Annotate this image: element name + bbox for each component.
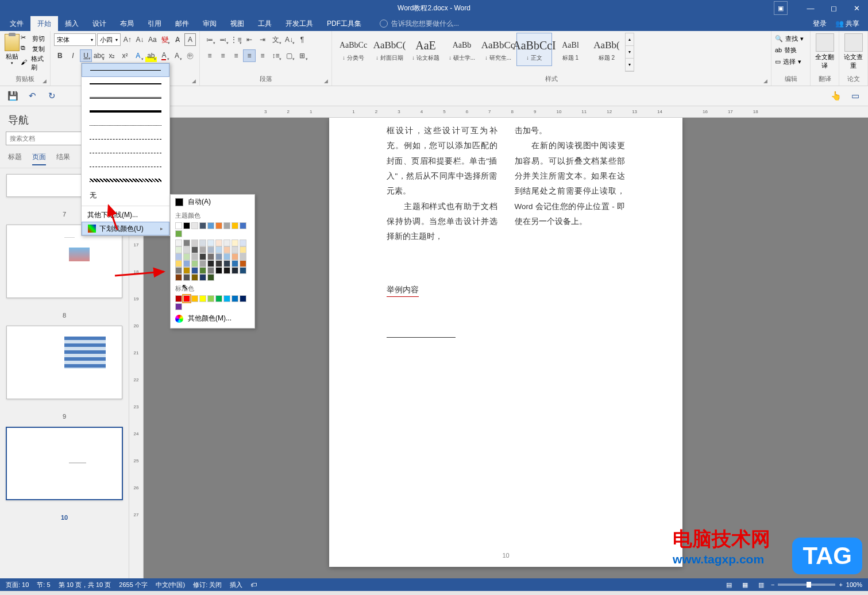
color-swatch[interactable] bbox=[232, 267, 238, 274]
color-swatch[interactable] bbox=[215, 246, 222, 253]
color-swatch[interactable] bbox=[199, 222, 206, 229]
save-button[interactable]: 💾 bbox=[6, 89, 20, 103]
phonetic-guide-button[interactable]: 變 bbox=[159, 33, 171, 46]
zoom-slider[interactable] bbox=[778, 584, 835, 586]
strikethrough-button[interactable]: abc bbox=[93, 49, 105, 62]
copy-button[interactable]: ⧉复制 bbox=[21, 44, 47, 53]
color-swatch[interactable] bbox=[207, 274, 214, 281]
shrink-font-button[interactable]: A↓ bbox=[134, 33, 146, 46]
underline-style-heavy[interactable] bbox=[82, 105, 169, 118]
color-swatch[interactable] bbox=[191, 246, 198, 253]
color-swatch[interactable] bbox=[175, 246, 182, 253]
color-swatch[interactable] bbox=[232, 295, 238, 302]
color-swatch[interactable] bbox=[183, 253, 190, 260]
color-swatch[interactable] bbox=[240, 267, 246, 274]
color-swatch[interactable] bbox=[175, 230, 182, 237]
style-item[interactable]: AaBb(标题 2 bbox=[589, 33, 624, 66]
find-button[interactable]: 🔍 查找 ▾ bbox=[775, 33, 807, 44]
color-swatch[interactable] bbox=[191, 222, 198, 229]
underline-button[interactable]: U bbox=[80, 49, 92, 62]
share-button[interactable]: 👥 共享 bbox=[835, 19, 859, 29]
color-swatch[interactable] bbox=[175, 267, 182, 274]
zoom-in-button[interactable]: + bbox=[839, 581, 842, 588]
color-swatch[interactable] bbox=[232, 222, 238, 229]
color-swatch[interactable] bbox=[183, 246, 190, 253]
sort-button[interactable]: A↓ bbox=[283, 33, 295, 46]
color-swatch[interactable] bbox=[223, 253, 230, 260]
underline-style-double[interactable] bbox=[82, 91, 169, 105]
color-swatch[interactable] bbox=[232, 260, 238, 267]
bold-button[interactable]: B bbox=[54, 49, 66, 62]
view-print-button[interactable]: ▦ bbox=[739, 579, 751, 590]
color-swatch[interactable] bbox=[191, 267, 198, 274]
more-colors[interactable]: 其他颜色(M)... bbox=[171, 311, 254, 326]
thumb-8[interactable]: ———8 bbox=[6, 225, 122, 319]
view-read-button[interactable]: ▤ bbox=[723, 579, 735, 590]
color-swatch[interactable] bbox=[175, 260, 182, 267]
highlight-button[interactable]: ab bbox=[145, 49, 157, 62]
underline-style-single[interactable] bbox=[82, 63, 169, 77]
color-swatch[interactable] bbox=[183, 222, 190, 229]
color-swatch[interactable] bbox=[240, 260, 246, 267]
status-words[interactable]: 2655 个字 bbox=[119, 581, 148, 589]
ribbon-display-icon[interactable]: ▣ bbox=[774, 1, 788, 15]
char-shading-button[interactable]: A bbox=[171, 49, 183, 62]
minimize-button[interactable]: — bbox=[799, 0, 822, 16]
font-name-combo[interactable]: 宋体▾ bbox=[54, 33, 96, 46]
color-swatch[interactable] bbox=[199, 274, 206, 281]
format-painter-button[interactable]: 🖌格式刷 bbox=[21, 55, 47, 72]
underline-style-dashdotdot[interactable] bbox=[82, 160, 169, 173]
color-swatch[interactable] bbox=[215, 260, 222, 267]
color-swatch[interactable] bbox=[175, 253, 182, 260]
color-swatch[interactable] bbox=[207, 253, 214, 260]
color-swatch[interactable] bbox=[199, 253, 206, 260]
underline-style-thick[interactable] bbox=[82, 77, 169, 91]
color-swatch[interactable] bbox=[191, 295, 198, 302]
shading-button[interactable]: ▢ bbox=[283, 49, 295, 62]
document-page[interactable]: 框设计，这些设计可互为补充。例如，您可以添加匹配的封面、页眉和提要栏。单击"插入… bbox=[329, 118, 682, 567]
color-swatch[interactable] bbox=[207, 260, 214, 267]
status-insert[interactable]: 插入 bbox=[230, 581, 242, 589]
color-swatch[interactable] bbox=[240, 246, 246, 253]
tab-home[interactable]: 开始 bbox=[30, 16, 58, 31]
thumb-10[interactable]: 10 bbox=[6, 427, 123, 521]
color-swatch[interactable] bbox=[215, 295, 222, 302]
zoom-level[interactable]: 100% bbox=[846, 581, 862, 588]
color-swatch[interactable] bbox=[183, 274, 190, 281]
tab-layout[interactable]: 布局 bbox=[113, 16, 141, 31]
superscript-button[interactable]: x² bbox=[119, 49, 131, 62]
color-swatch[interactable] bbox=[223, 260, 230, 267]
login-link[interactable]: 登录 bbox=[813, 19, 827, 29]
tab-view[interactable]: 视图 bbox=[223, 16, 251, 31]
color-swatch[interactable] bbox=[183, 239, 190, 246]
color-swatch[interactable] bbox=[175, 239, 182, 246]
color-swatch[interactable] bbox=[207, 222, 214, 229]
color-swatch[interactable] bbox=[175, 303, 182, 310]
bullets-button[interactable]: ≔ bbox=[203, 33, 216, 46]
tell-me[interactable]: 告诉我您想要做什么... bbox=[380, 19, 459, 29]
style-item[interactable]: AaBbCc↓ 分类号 bbox=[335, 33, 371, 66]
dialog-launcher-icon[interactable]: ◢ bbox=[763, 78, 769, 84]
line-spacing-button[interactable]: ↕≡ bbox=[269, 49, 282, 62]
grow-font-button[interactable]: A↑ bbox=[122, 33, 133, 46]
tab-developer[interactable]: 开发工具 bbox=[279, 16, 320, 31]
tab-mailings[interactable]: 邮件 bbox=[168, 16, 196, 31]
color-swatch[interactable] bbox=[240, 239, 246, 246]
font-size-combo[interactable]: 小四▾ bbox=[97, 33, 121, 46]
color-swatch[interactable] bbox=[223, 239, 230, 246]
change-case-button[interactable]: Aa bbox=[146, 33, 158, 46]
color-swatch[interactable] bbox=[232, 253, 238, 260]
color-auto[interactable]: 自动(A) bbox=[171, 195, 254, 209]
nav-tab-headings[interactable]: 标题 bbox=[8, 152, 22, 165]
numbering-button[interactable]: ≕ bbox=[217, 33, 229, 46]
color-swatch[interactable] bbox=[223, 267, 230, 274]
align-left-button[interactable]: ≡ bbox=[203, 49, 216, 62]
color-swatch[interactable] bbox=[240, 253, 246, 260]
color-swatch[interactable] bbox=[232, 239, 238, 246]
tab-tools[interactable]: 工具 bbox=[251, 16, 279, 31]
tab-pdf[interactable]: PDF工具集 bbox=[320, 16, 368, 31]
underline-style-dotted[interactable] bbox=[82, 118, 169, 132]
color-swatch[interactable] bbox=[199, 260, 206, 267]
undo-button[interactable]: ↶ bbox=[25, 89, 39, 103]
style-item[interactable]: AaBbCcI↓ 正文 bbox=[516, 33, 552, 66]
